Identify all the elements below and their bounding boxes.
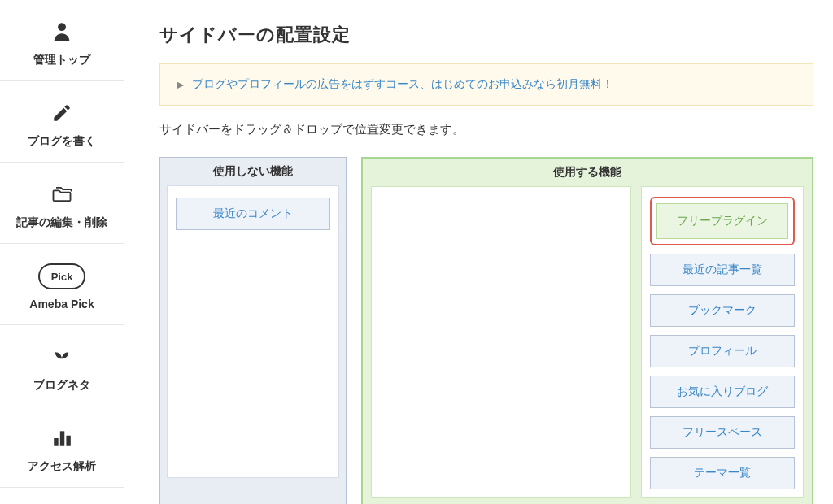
used-panel-header: 使用する機能 xyxy=(363,159,812,186)
promo-notice-link[interactable]: ブログやプロフィールの広告をはずすコース、はじめてのお申込みなら初月無料！ xyxy=(192,77,613,90)
sprout-icon xyxy=(50,339,73,375)
sidebar-item-label: 記事の編集・削除 xyxy=(16,215,107,230)
sidebar-item-analytics[interactable]: アクセス解析 xyxy=(0,406,124,488)
sidebar-item-blog-neta[interactable]: ブログネタ xyxy=(0,325,124,406)
sidebar-item-edit-delete[interactable]: 記事の編集・削除 xyxy=(0,163,124,244)
module-free-plugin[interactable]: フリープラグイン xyxy=(656,203,788,239)
module-theme-list[interactable]: テーマ一覧 xyxy=(650,457,795,489)
pick-badge-icon: Pick xyxy=(38,259,85,294)
layout-panels: 使用しない機能 最近のコメント 使用する機能 フリープラグイン 最近の記事一覧 … xyxy=(159,157,813,504)
sidebar-item-write-blog[interactable]: ブログを書く xyxy=(0,81,124,163)
used-features-panel: 使用する機能 フリープラグイン 最近の記事一覧 ブックマーク プロフィール お気… xyxy=(361,157,813,504)
used-column-left[interactable] xyxy=(371,186,631,498)
promo-notice: ▶ ブログやプロフィールの広告をはずすコース、はじめてのお申込みなら初月無料！ xyxy=(159,63,813,106)
svg-rect-5 xyxy=(66,435,70,445)
module-bookmark[interactable]: ブックマーク xyxy=(650,294,795,327)
svg-text:Pick: Pick xyxy=(51,271,74,283)
svg-rect-3 xyxy=(54,438,58,446)
sidebar-item-label: Ameba Pick xyxy=(29,298,94,311)
module-recent-comments[interactable]: 最近のコメント xyxy=(176,198,330,230)
pencil-icon xyxy=(51,95,72,131)
sidebar: 管理トップ ブログを書く 記事の編集・削除 Pick Ameba Pick ブロ… xyxy=(0,0,124,504)
sidebar-item-label: 管理トップ xyxy=(33,53,90,67)
sidebar-item-label: ブログネタ xyxy=(33,378,90,393)
instruction-text: サイドバーをドラッグ＆ドロップで位置変更できます。 xyxy=(159,122,813,137)
sidebar-item-label: アクセス解析 xyxy=(28,459,96,474)
sidebar-item-ameba-pick[interactable]: Pick Ameba Pick xyxy=(0,244,124,325)
svg-point-0 xyxy=(58,23,66,31)
used-column-right[interactable]: フリープラグイン 最近の記事一覧 ブックマーク プロフィール お気に入りブログ … xyxy=(641,186,804,498)
main-content: サイドバーの配置設定 ▶ ブログやプロフィールの広告をはずすコース、はじめてのお… xyxy=(124,0,833,504)
folders-icon xyxy=(49,176,75,212)
user-icon xyxy=(50,14,73,50)
bar-chart-icon xyxy=(50,420,73,456)
module-favorite-blog[interactable]: お気に入りブログ xyxy=(650,376,795,408)
unused-features-panel: 使用しない機能 最近のコメント xyxy=(159,157,347,504)
svg-rect-4 xyxy=(60,431,64,445)
sidebar-item-admin-top[interactable]: 管理トップ xyxy=(0,0,124,81)
highlighted-module-frame: フリープラグイン xyxy=(650,197,795,245)
module-free-space[interactable]: フリースペース xyxy=(650,416,795,449)
chevron-right-icon: ▶ xyxy=(177,79,184,90)
module-recent-articles[interactable]: 最近の記事一覧 xyxy=(650,254,795,286)
unused-panel-header: 使用しない機能 xyxy=(160,158,346,185)
sidebar-item-label: ブログを書く xyxy=(28,134,96,149)
unused-drop-zone[interactable]: 最近のコメント xyxy=(167,185,339,478)
page-title: サイドバーの配置設定 xyxy=(159,0,813,63)
module-profile[interactable]: プロフィール xyxy=(650,335,795,367)
